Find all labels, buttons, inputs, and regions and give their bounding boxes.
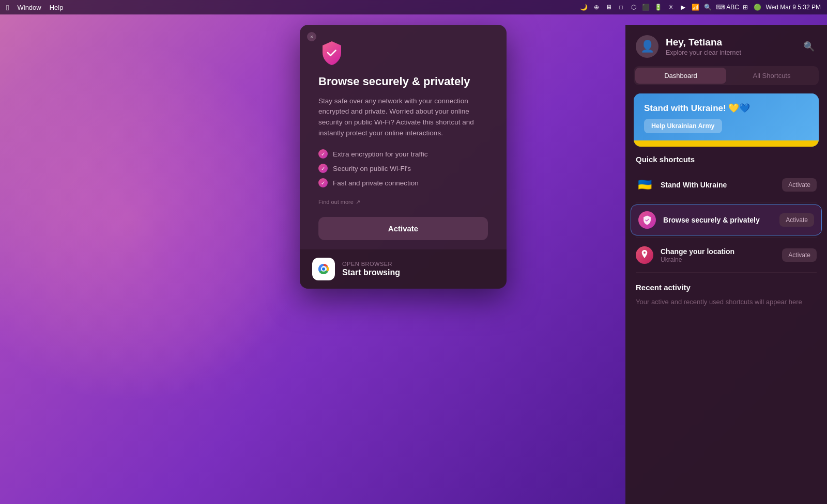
shield-icon — [318, 39, 345, 66]
find-out-more-link[interactable]: Find out more ↗ — [318, 198, 488, 206]
close-button[interactable]: × — [307, 32, 316, 41]
activate-button[interactable]: Activate — [318, 217, 488, 240]
ukraine-activate-button[interactable]: Activate — [782, 178, 817, 192]
moon-icon: 🌙 — [580, 3, 588, 11]
help-army-button[interactable]: Help Ukrainian Army — [644, 119, 722, 133]
shortcut-ukraine-name: Stand With Ukraine — [661, 180, 775, 190]
abc-icon: ABC — [729, 3, 737, 11]
control-icon: ⊞ — [741, 3, 749, 11]
display-icon: 🖥 — [605, 3, 613, 11]
search-icon[interactable]: 🔍 — [704, 3, 712, 11]
shortcut-location-name: Change your location — [661, 247, 775, 256]
shortcut-item-browse[interactable]: Browse securely & privately Activate — [631, 204, 822, 235]
shortcut-location-text: Change your location Ukraine — [661, 247, 775, 263]
avatar: 👤 — [636, 35, 658, 58]
right-panel: 👤 Hey, Tetiana Explore your clear intern… — [625, 25, 827, 504]
recent-activity-text: Your active and recently used shortcuts … — [636, 297, 817, 307]
window-menu[interactable]: Window — [17, 4, 41, 11]
check-icon-3: ✓ — [318, 178, 328, 187]
panel-tabs: Dashboard All Shortcuts — [634, 66, 819, 85]
feature-item-2: ✓ Security on public Wi-Fi's — [318, 164, 488, 173]
ukraine-top: Stand with Ukraine! 💛💙 Help Ukrainian Ar… — [634, 93, 819, 140]
open-browser-text: OPEN BROWSER Start browsing — [342, 261, 400, 277]
greeting: Hey, Tetiana — [666, 37, 794, 48]
focus-icon: ⊕ — [592, 3, 601, 11]
chrome-icon — [312, 258, 335, 280]
divider-3 — [636, 272, 817, 273]
browse-shield-icon — [638, 211, 656, 229]
airplay-icon: □ — [617, 3, 625, 11]
keyboard-icon: ⌨ — [716, 3, 725, 11]
quick-shortcuts-title: Quick shortcuts — [625, 155, 827, 170]
apple-menu[interactable]:  — [6, 3, 9, 12]
feature-item-1: ✓ Extra encryption for your traffic — [318, 149, 488, 159]
modal-dialog: × Browse securely & privately Stay safe … — [300, 25, 507, 289]
check-icon-2: ✓ — [318, 164, 328, 173]
svg-point-4 — [322, 267, 325, 271]
recent-activity-section: Recent activity Your active and recently… — [625, 275, 827, 316]
tab-dashboard[interactable]: Dashboard — [635, 68, 726, 84]
feature-item-3: ✓ Fast and private connection — [318, 178, 488, 187]
feature-list: ✓ Extra encryption for your traffic ✓ Se… — [318, 149, 488, 187]
ukraine-yellow-bar — [634, 140, 819, 147]
divider-1 — [636, 202, 817, 202]
modal-title: Browse securely & privately — [318, 74, 488, 89]
ukraine-title: Stand with Ukraine! 💛💙 — [644, 103, 808, 114]
header-text: Hey, Tetiana Explore your clear internet — [666, 37, 794, 56]
arrow-icon: ↗ — [356, 199, 360, 205]
help-menu[interactable]: Help — [50, 4, 64, 11]
tile-icon: ⬛ — [642, 3, 650, 11]
search-button[interactable]: 🔍 — [801, 39, 817, 54]
datetime: Wed Mar 9 5:32 PM — [766, 4, 821, 11]
browse-activate-button[interactable]: Activate — [779, 213, 814, 227]
divider-2 — [636, 238, 817, 238]
panel-header: 👤 Hey, Tetiana Explore your clear intern… — [625, 25, 827, 66]
location-icon — [636, 246, 653, 264]
location-activate-button[interactable]: Activate — [782, 248, 817, 262]
start-browsing-label: Start browsing — [342, 268, 400, 277]
open-browser-label: OPEN BROWSER — [342, 261, 400, 267]
menubar:  Window Help 🌙 ⊕ 🖥 □ ⬡ ⬛ 🔋 ✳ ▶ 📶 🔍 ⌨ AB… — [0, 0, 827, 14]
wifi-icon: 📶 — [692, 3, 700, 11]
vpn-icon: 🟢 — [754, 3, 762, 11]
modal-description: Stay safe over any network with your con… — [318, 96, 488, 139]
play-icon: ▶ — [679, 3, 687, 11]
shortcut-browse-name: Browse securely & privately — [663, 215, 772, 225]
ukraine-banner[interactable]: Stand with Ukraine! 💛💙 Help Ukrainian Ar… — [634, 93, 819, 147]
user-icon: 👤 — [640, 40, 654, 53]
check-icon-1: ✓ — [318, 149, 328, 159]
shortcut-ukraine-text: Stand With Ukraine — [661, 180, 775, 190]
tab-all-shortcuts[interactable]: All Shortcuts — [726, 68, 817, 84]
battery-icon: 🔋 — [654, 3, 663, 11]
shortcut-location-sub: Ukraine — [661, 256, 775, 263]
shortcut-item-location[interactable]: Change your location Ukraine Activate — [625, 240, 827, 270]
shortcut-browse-text: Browse securely & privately — [663, 215, 772, 225]
open-browser-section[interactable]: OPEN BROWSER Start browsing — [300, 249, 507, 289]
recent-activity-title: Recent activity — [636, 283, 817, 297]
ukraine-flag-icon: 🇺🇦 — [636, 176, 653, 194]
bluetooth-icon: ✳ — [667, 3, 675, 11]
subtitle: Explore your clear internet — [666, 49, 794, 56]
shortcut-item-ukraine[interactable]: 🇺🇦 Stand With Ukraine Activate — [625, 170, 827, 200]
camera-icon: ⬡ — [630, 3, 638, 11]
